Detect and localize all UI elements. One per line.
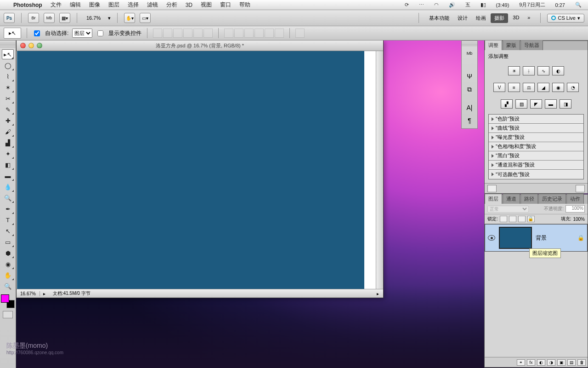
distribute-btn[interactable]	[224, 29, 233, 38]
menu-view[interactable]: 视图	[197, 1, 216, 9]
show-transform-checkbox[interactable]	[97, 30, 103, 36]
menu-filter[interactable]: 滤镜	[143, 1, 162, 9]
menu-layer[interactable]: 图层	[104, 1, 124, 9]
minibridge-panel-icon[interactable]: Mb	[464, 47, 475, 59]
marquee-tool[interactable]: ◯	[2, 60, 14, 70]
fill-field[interactable]: 100%	[573, 217, 585, 222]
exposure-icon[interactable]: ◐	[552, 66, 564, 75]
tab-layers[interactable]: 图层	[485, 194, 502, 204]
pen-tool[interactable]: ✒	[2, 204, 14, 214]
threshold-icon[interactable]: ◤	[530, 99, 542, 109]
battery-icon[interactable]: ▮▯	[478, 2, 489, 8]
selective-color-icon[interactable]: ◨	[560, 99, 571, 109]
invert-icon[interactable]: ▞	[501, 99, 513, 109]
menu-help[interactable]: 帮助	[235, 1, 254, 9]
auto-select-dropdown[interactable]: 图层	[72, 29, 92, 38]
photo-filter-icon[interactable]: ◉	[552, 83, 564, 92]
hue-sat-icon[interactable]: ≡	[508, 83, 520, 92]
document-titlebar[interactable]: 洛亚方舟.psd @ 16.7% (背景, RGB/8) *	[17, 40, 383, 51]
dots-icon[interactable]: ⋯	[416, 2, 427, 8]
ws-more[interactable]: »	[524, 13, 534, 23]
time-text[interactable]: 0:27	[553, 2, 568, 8]
path-select-tool[interactable]: ↖	[2, 226, 14, 236]
status-menu-icon[interactable]: ▸	[40, 291, 49, 296]
sync-icon[interactable]: ⟳	[402, 2, 412, 8]
quick-select-tool[interactable]: ✶	[2, 82, 14, 92]
distribute-btn[interactable]	[254, 29, 264, 38]
ps-logo-icon[interactable]: Ps	[4, 13, 15, 23]
3d-tool[interactable]: ⬢	[2, 248, 14, 258]
tab-actions[interactable]: 动作	[566, 194, 584, 204]
wifi-icon[interactable]: ◠	[431, 2, 441, 8]
vibrance-icon[interactable]: V	[493, 83, 505, 92]
blend-mode-dropdown[interactable]: 正常	[487, 206, 529, 213]
opacity-field[interactable]: 100%	[565, 205, 585, 213]
tab-paths[interactable]: 路径	[520, 194, 538, 204]
healing-tool[interactable]: ✚	[2, 115, 14, 126]
preset-levels[interactable]: "色阶"预设	[489, 115, 583, 124]
lock-position-icon[interactable]	[518, 216, 526, 222]
posterize-icon[interactable]: ▨	[515, 99, 527, 109]
toolbox-handle[interactable]	[0, 43, 16, 47]
gradient-tool[interactable]: ▬	[2, 171, 14, 181]
adj-layer-icon[interactable]: ◑	[547, 359, 555, 366]
doc-info[interactable]: 文档:41.5M/0 字节	[49, 290, 94, 297]
curves-icon[interactable]: ∿	[537, 66, 549, 75]
color-swatches[interactable]	[1, 294, 15, 308]
crop-tool[interactable]: ✂	[2, 93, 14, 104]
tab-navigator[interactable]: 导航器	[520, 40, 543, 50]
character-panel-icon[interactable]: A|	[464, 102, 475, 114]
ws-painting[interactable]: 绘画	[472, 13, 490, 23]
layer-visibility-toggle[interactable]	[488, 235, 495, 241]
auto-align-button[interactable]	[295, 29, 305, 38]
history-brush-tool[interactable]: ✦	[2, 149, 14, 159]
menu-edit[interactable]: 编辑	[66, 1, 85, 9]
dodge-tool[interactable]: 🔍	[2, 193, 14, 203]
preset-bw[interactable]: "黑白"预设	[489, 151, 583, 161]
brush-panel-icon[interactable]: Ψ	[464, 70, 475, 82]
levels-icon[interactable]: ⟊	[523, 66, 535, 75]
align-btn[interactable]	[163, 29, 172, 38]
tab-history[interactable]: 历史记录	[538, 194, 566, 204]
lock-transparency-icon[interactable]	[500, 216, 507, 222]
type-tool[interactable]: T	[2, 215, 14, 225]
align-btn[interactable]	[183, 29, 192, 38]
adj-trash-icon[interactable]	[576, 185, 585, 192]
align-btn[interactable]	[204, 29, 213, 38]
app-menu[interactable]: Photoshop	[9, 2, 46, 8]
volume-icon[interactable]: 🔊	[446, 2, 458, 8]
brightness-contrast-icon[interactable]: ☀	[508, 66, 520, 75]
layer-name[interactable]: 背景	[536, 234, 574, 242]
eraser-tool[interactable]: ◧	[2, 160, 14, 170]
tab-adjustments[interactable]: 调整	[485, 40, 502, 50]
color-balance-icon[interactable]: ⚖	[523, 83, 535, 92]
delete-layer-icon[interactable]: 🗑	[577, 359, 586, 366]
menu-window[interactable]: 窗口	[216, 1, 235, 9]
preset-selective-color[interactable]: "可选颜色"预设	[489, 170, 583, 179]
lock-pixels-icon[interactable]	[509, 216, 516, 222]
align-btn[interactable]	[173, 29, 182, 38]
cs-live-button[interactable]: CS Live▾	[547, 14, 584, 23]
tab-channels[interactable]: 通道	[503, 194, 520, 204]
vertical-scrollbar[interactable]	[376, 51, 383, 289]
channel-mixer-icon[interactable]: ◔	[567, 83, 579, 92]
workspace-switcher[interactable]: 基本功能 设计 绘画 摄影 3D »	[425, 13, 534, 23]
ws-design[interactable]: 设计	[454, 13, 471, 23]
tool-preset-picker[interactable]: ▸↖	[4, 28, 21, 39]
dock-handle[interactable]	[462, 43, 477, 46]
gradient-map-icon[interactable]: ▬	[545, 99, 557, 109]
zoom-tool[interactable]: 🔍	[2, 281, 14, 291]
new-layer-icon[interactable]: ▤	[567, 359, 576, 366]
hand-tool-button[interactable]: ✋▾	[124, 13, 135, 23]
paragraph-panel-icon[interactable]: ¶	[464, 115, 475, 126]
move-tool[interactable]: ▸↖	[2, 49, 14, 59]
layer-thumbnail[interactable]	[499, 227, 532, 249]
tab-masks[interactable]: 蒙版	[503, 40, 520, 50]
preset-curves[interactable]: "曲线"预设	[489, 124, 583, 133]
date-text[interactable]: 9月7日周二	[516, 1, 548, 8]
menu-analysis[interactable]: 分析	[162, 1, 181, 9]
status-arrow-icon[interactable]: ▸	[377, 291, 383, 296]
foreground-color-swatch[interactable]	[1, 294, 9, 303]
distribute-btn[interactable]	[265, 29, 274, 38]
stamp-tool[interactable]: ▟	[2, 138, 14, 148]
